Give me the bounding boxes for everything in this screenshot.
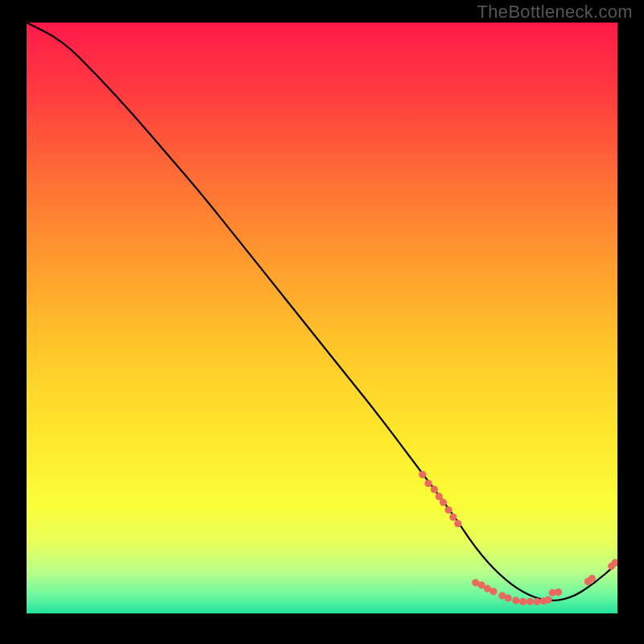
data-marker bbox=[489, 588, 497, 595]
data-marker bbox=[425, 480, 432, 487]
data-marker bbox=[419, 471, 426, 478]
chart-svg bbox=[27, 23, 617, 613]
watermark-text: TheBottleneck.com bbox=[477, 2, 633, 23]
data-marker bbox=[512, 597, 519, 604]
data-marker bbox=[534, 598, 541, 605]
data-marker bbox=[505, 594, 512, 601]
data-marker bbox=[519, 598, 526, 605]
data-marker bbox=[454, 520, 461, 527]
data-marker bbox=[555, 588, 562, 596]
data-marker bbox=[445, 506, 452, 514]
data-marker bbox=[545, 597, 552, 604]
data-marker bbox=[526, 598, 534, 605]
gradient-background bbox=[27, 23, 617, 613]
data-marker bbox=[440, 498, 447, 506]
data-marker bbox=[431, 485, 438, 493]
data-marker bbox=[588, 575, 596, 582]
data-marker bbox=[449, 514, 456, 521]
chart-area bbox=[27, 23, 617, 613]
